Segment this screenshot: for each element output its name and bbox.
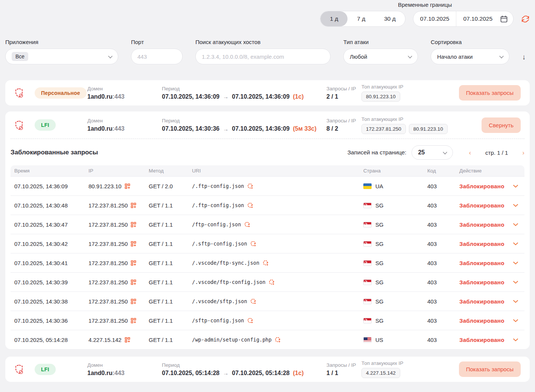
show-requests-button[interactable]: Показать запросы	[459, 361, 521, 377]
cell-time: 07.10.2025, 14:30:39	[11, 279, 85, 285]
table-row[interactable]: 07.10.2025, 14:30:47 172.237.81.250 GET …	[11, 215, 524, 234]
expand-row-icon[interactable]	[513, 261, 518, 265]
table-row[interactable]: 07.10.2025, 14:36:09 80.91.223.10 GET / …	[11, 176, 524, 195]
table-row[interactable]: 07.10.2025, 14:30:48 172.237.81.250 GET …	[11, 195, 524, 215]
add-ip-to-list-icon[interactable]	[131, 318, 136, 323]
expand-row-icon[interactable]	[513, 319, 518, 322]
cell-ip: 172.237.81.250	[88, 298, 128, 305]
date-range-picker: 07.10.2025 07.10.2025	[413, 11, 514, 27]
country-flag	[363, 260, 372, 266]
cell-country: SG	[375, 279, 384, 285]
apps-filter-label: Приложения	[5, 39, 118, 45]
expand-row-icon[interactable]	[513, 300, 518, 303]
add-ip-to-list-icon[interactable]	[131, 260, 136, 266]
requests-field: Запросы / IP 1 / 1	[326, 362, 361, 377]
col-code: Код	[424, 168, 456, 174]
cell-code: 403	[424, 298, 456, 305]
period-field: Период 07.10.2025, 14:36:09 → 07.10.2025…	[162, 86, 326, 100]
date-to-input[interactable]: 07.10.2025	[456, 11, 499, 26]
cell-country: SG	[375, 317, 384, 324]
next-page-button[interactable]: ›	[522, 149, 524, 156]
prev-page-button[interactable]: ‹	[469, 149, 471, 156]
table-row[interactable]: 07.10.2025, 14:30:38 172.237.81.250 GET …	[11, 291, 524, 311]
refresh-button[interactable]	[521, 15, 530, 23]
add-ip-to-list-icon[interactable]	[125, 337, 130, 343]
top-ip-chip[interactable]: 4.227.15.142	[361, 368, 400, 378]
top-ips-field: Топ атакующих IP 80.91.223.10	[361, 84, 459, 102]
add-ip-to-list-icon[interactable]	[125, 183, 130, 189]
cell-ip: 172.237.81.250	[88, 202, 128, 209]
sort-direction-button[interactable]: ↓	[522, 53, 526, 61]
col-uri: URI	[188, 168, 360, 174]
table-row[interactable]: 07.10.2025, 14:30:39 172.237.81.250 GET …	[11, 272, 524, 291]
cell-ip: 172.237.81.250	[88, 279, 128, 285]
expand-row-icon[interactable]	[513, 242, 518, 246]
top-ip-chip[interactable]: 80.91.223.10	[361, 92, 400, 102]
add-ip-to-list-icon[interactable]	[131, 222, 136, 227]
calendar-icon[interactable]	[499, 15, 513, 23]
add-ip-to-list-icon[interactable]	[131, 241, 136, 247]
add-ip-to-list-icon[interactable]	[131, 203, 136, 208]
cell-country: SG	[375, 260, 384, 266]
expand-row-icon[interactable]	[513, 185, 518, 188]
attack-type-label: Тип атаки	[343, 39, 418, 45]
status-blocked: Заблокировано	[459, 337, 505, 343]
table-row[interactable]: 07.10.2025, 14:30:42 172.237.81.250 GET …	[11, 234, 524, 253]
cell-ip: 172.237.81.250	[88, 317, 128, 324]
add-rule-icon[interactable]	[250, 241, 256, 247]
apps-select[interactable]: Все	[5, 49, 118, 64]
add-rule-icon[interactable]	[247, 317, 253, 324]
requests-field: Запросы / IP 2 / 1	[326, 86, 361, 100]
table-row[interactable]: 07.10.2025, 14:30:41 172.237.81.250 GET …	[11, 253, 524, 272]
add-rule-icon[interactable]	[268, 279, 275, 285]
add-rule-icon[interactable]	[250, 298, 256, 305]
status-blocked: Заблокировано	[459, 279, 505, 285]
table-row[interactable]: 07.10.2025, 14:30:36 172.237.81.250 GET …	[11, 311, 524, 330]
shield-blocked-icon	[14, 364, 35, 374]
attack-type-value: Любой	[350, 53, 367, 60]
apps-selected-chip[interactable]: Все	[12, 52, 28, 61]
expand-row-icon[interactable]	[513, 204, 518, 207]
cell-uri: /.sftp-config.json	[192, 241, 247, 247]
add-ip-to-list-icon[interactable]	[131, 279, 136, 285]
sort-select[interactable]: Начало атаки	[431, 49, 509, 64]
add-rule-icon[interactable]	[244, 221, 250, 228]
per-page-select[interactable]: 25	[412, 145, 453, 160]
expand-row-icon[interactable]	[513, 338, 518, 342]
table-row[interactable]: 07.10.2025, 05:14:28 4.227.15.142 GET / …	[11, 330, 524, 349]
port-field-wrap	[131, 49, 183, 64]
top-ip-chip[interactable]: 80.91.223.10	[409, 124, 448, 134]
expand-row-icon[interactable]	[513, 223, 518, 226]
host-search-input[interactable]	[202, 53, 324, 60]
range-30d-button[interactable]: 30 д	[375, 11, 405, 26]
attack-type-badge: Персональное	[35, 87, 87, 99]
port-input[interactable]	[137, 53, 176, 60]
cell-method: GET / 1.1	[145, 241, 188, 247]
cell-code: 403	[424, 260, 456, 266]
sort-value: Начало атаки	[437, 53, 473, 60]
cell-ip: 172.237.81.250	[88, 260, 128, 266]
range-1d-button[interactable]: 1 д	[320, 11, 348, 26]
cell-ip: 172.237.81.250	[88, 221, 128, 228]
show-requests-button[interactable]: Показать запросы	[459, 85, 521, 101]
expand-row-icon[interactable]	[513, 281, 518, 284]
attack-type-select[interactable]: Любой	[343, 49, 418, 64]
top-ip-chip[interactable]: 172.237.81.250	[361, 124, 406, 134]
add-rule-icon[interactable]	[274, 337, 281, 343]
cell-method: GET / 1.1	[145, 202, 188, 209]
range-7d-button[interactable]: 7 д	[348, 11, 375, 26]
attack-card: LFI Домен 1and0.ru:443 Период 07.10.2025…	[5, 357, 530, 382]
add-rule-icon[interactable]	[247, 202, 253, 209]
status-blocked: Заблокировано	[459, 183, 505, 189]
country-flag	[363, 222, 372, 227]
collapse-button[interactable]: Свернуть	[482, 117, 521, 133]
shield-blocked-icon	[14, 88, 35, 98]
add-rule-icon[interactable]	[262, 260, 269, 266]
time-bounds-label: Временные границы	[320, 2, 530, 8]
status-blocked: Заблокировано	[459, 241, 505, 247]
domain-field: Домен 1and0.ru:443	[87, 362, 162, 377]
add-rule-icon[interactable]	[247, 183, 253, 189]
cell-time: 07.10.2025, 14:30:47	[11, 221, 85, 228]
add-ip-to-list-icon[interactable]	[131, 299, 136, 304]
date-from-input[interactable]: 07.10.2025	[413, 11, 456, 26]
